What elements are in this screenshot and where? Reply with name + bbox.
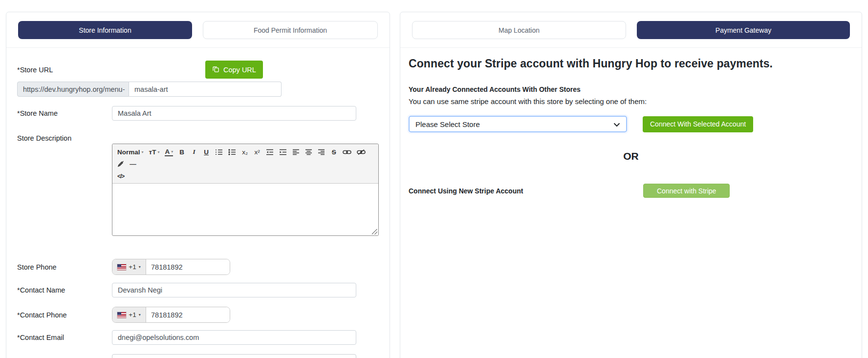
store-description-textarea[interactable]: [112, 184, 378, 235]
country-select[interactable]: United States: [112, 354, 356, 358]
contact-name-label: *Contact Name: [17, 286, 112, 294]
store-phone-group: +1 ▾: [112, 259, 230, 275]
copy-icon: [212, 65, 219, 74]
store-url-label: *Store URL: [17, 66, 112, 74]
connect-selected-account-button[interactable]: Connect With Selected Account: [643, 116, 753, 132]
outdent-icon[interactable]: [266, 147, 274, 157]
copy-url-button-label: Copy URL: [223, 66, 256, 74]
bold-button[interactable]: B: [178, 147, 185, 157]
subscript-button[interactable]: x₂: [241, 147, 248, 157]
unordered-list-icon[interactable]: [228, 147, 236, 157]
remove-format-icon[interactable]: [117, 158, 124, 169]
align-left-icon[interactable]: [292, 147, 300, 157]
align-center-icon[interactable]: [305, 147, 312, 157]
left-tab-bar: Store Information Food Permit Informatio…: [6, 12, 390, 48]
store-account-select-value: Please Select Store: [415, 120, 480, 128]
unlink-icon[interactable]: [357, 147, 366, 157]
copy-url-button[interactable]: Copy URL: [205, 61, 263, 79]
new-stripe-account-label: Connect Using New Stripe Account: [409, 187, 643, 195]
contact-name-input[interactable]: [112, 283, 356, 297]
chevron-down-icon: ▾: [139, 313, 141, 317]
ordered-list-icon[interactable]: [215, 147, 223, 157]
country-code-dropdown[interactable]: +1 ▾: [112, 259, 146, 274]
store-phone-input[interactable]: [146, 259, 230, 274]
connect-with-stripe-button[interactable]: Connect with Stripe: [643, 184, 730, 198]
chevron-down-icon: ▾: [139, 265, 141, 269]
contact-phone-input[interactable]: [146, 307, 230, 322]
tab-payment-gateway[interactable]: Payment Gateway: [637, 21, 850, 39]
tab-map-location[interactable]: Map Location: [412, 21, 626, 39]
indent-icon[interactable]: [279, 147, 287, 157]
editor-toolbar: Normal ▾ ᴛT ▾ A ▾ B I U: [112, 144, 378, 184]
chevron-down-icon: ▾: [142, 150, 144, 154]
stripe-connect-heading: Connect your Stripe account with Hungry …: [409, 57, 853, 70]
right-tab-bar: Map Location Payment Gateway: [400, 12, 862, 48]
horizontal-rule-button[interactable]: —: [130, 158, 136, 169]
font-size-button[interactable]: ᴛT ▾: [149, 147, 160, 157]
us-flag-icon: [117, 264, 126, 270]
text-color-button[interactable]: A ▾: [165, 147, 173, 156]
resize-grip[interactable]: [372, 229, 377, 234]
strikethrough-button[interactable]: S: [330, 147, 337, 157]
underline-button[interactable]: U: [203, 147, 210, 157]
superscript-button[interactable]: x²: [254, 147, 260, 157]
connected-accounts-subtitle: You can use same stripe account with thi…: [409, 97, 853, 105]
store-url-slug-input[interactable]: [129, 82, 282, 97]
chevron-down-icon: ▾: [157, 150, 159, 154]
contact-phone-label: *Contact Phone: [17, 311, 112, 319]
store-url-prefix: https://dev.hungryhop.org/menu-: [17, 82, 129, 97]
tab-food-permit-information[interactable]: Food Permit Information: [203, 21, 378, 39]
dial-code: +1: [129, 311, 136, 318]
link-icon[interactable]: [343, 147, 351, 157]
store-name-label: *Store Name: [17, 109, 112, 117]
store-information-card: Store Information Food Permit Informatio…: [6, 12, 390, 358]
dial-code: +1: [129, 263, 136, 271]
contact-email-input[interactable]: [112, 330, 356, 345]
chevron-down-icon: [613, 120, 620, 128]
tab-store-information[interactable]: Store Information: [18, 21, 192, 39]
or-divider-text: OR: [409, 150, 853, 162]
code-view-button[interactable]: </>: [117, 171, 124, 182]
paragraph-style-dropdown[interactable]: Normal ▾: [117, 147, 144, 157]
align-right-icon[interactable]: [318, 147, 325, 157]
store-account-select[interactable]: Please Select Store: [409, 116, 627, 132]
contact-phone-group: +1 ▾: [112, 307, 230, 323]
contact-email-label: *Contact Email: [17, 334, 112, 341]
store-description-label: Store Description: [17, 133, 112, 142]
store-name-input[interactable]: [112, 106, 356, 121]
connected-accounts-title: Your Already Connected Accounts With Oth…: [409, 85, 853, 93]
italic-button[interactable]: I: [191, 147, 197, 157]
payment-gateway-card: Map Location Payment Gateway Connect you…: [400, 12, 862, 358]
country-code-dropdown[interactable]: +1 ▾: [112, 307, 146, 322]
store-phone-label: Store Phone: [17, 263, 112, 271]
store-description-editor: Normal ▾ ᴛT ▾ A ▾ B I U: [112, 144, 379, 236]
us-flag-icon: [117, 312, 126, 318]
chevron-down-icon: ▾: [171, 148, 173, 155]
